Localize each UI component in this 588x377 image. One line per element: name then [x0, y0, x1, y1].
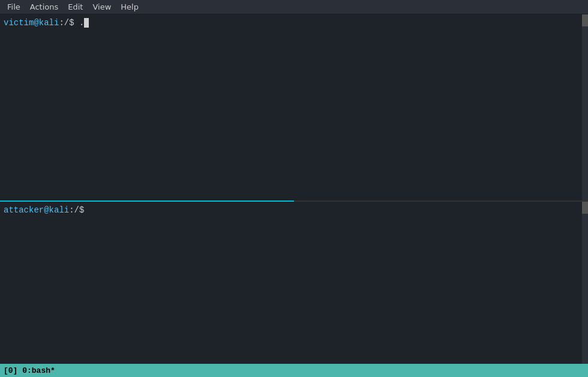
menu-help[interactable]: Help [116, 0, 143, 14]
scrollbar-thumb-top[interactable] [582, 14, 588, 26]
victim-input: . [74, 17, 85, 29]
menubar: File Actions Edit View Help [0, 0, 588, 14]
scrollbar-thumb-bottom[interactable] [582, 202, 588, 214]
victim-dollar: $ [69, 17, 74, 29]
attacker-dollar: $ [79, 204, 84, 216]
victim-prompt-line: victim@kali:/$ . [4, 17, 584, 29]
menu-actions[interactable]: Actions [25, 0, 64, 14]
scrollbar-top[interactable] [582, 14, 588, 201]
menu-edit[interactable]: Edit [63, 0, 88, 14]
cursor-top [84, 18, 89, 28]
victim-path: :/ [59, 17, 69, 29]
statusbar: [0] 0:bash* [0, 364, 588, 377]
menu-file[interactable]: File [2, 0, 25, 14]
status-text: [0] 0:bash* [4, 366, 55, 375]
terminal-pane-bottom[interactable]: attacker@kali:/$ [0, 202, 588, 364]
attacker-prompt-line: attacker@kali:/$ [4, 204, 584, 216]
victim-user: victim@kali [4, 17, 59, 29]
scrollbar-bottom[interactable] [582, 202, 588, 364]
menu-view[interactable]: View [88, 0, 116, 14]
attacker-path: :/ [69, 204, 79, 216]
terminal-pane-top[interactable]: victim@kali:/$ . [0, 14, 588, 201]
terminal-container: victim@kali:/$ . attacker@kali:/$ [0, 14, 588, 364]
attacker-user: attacker@kali [4, 204, 69, 216]
